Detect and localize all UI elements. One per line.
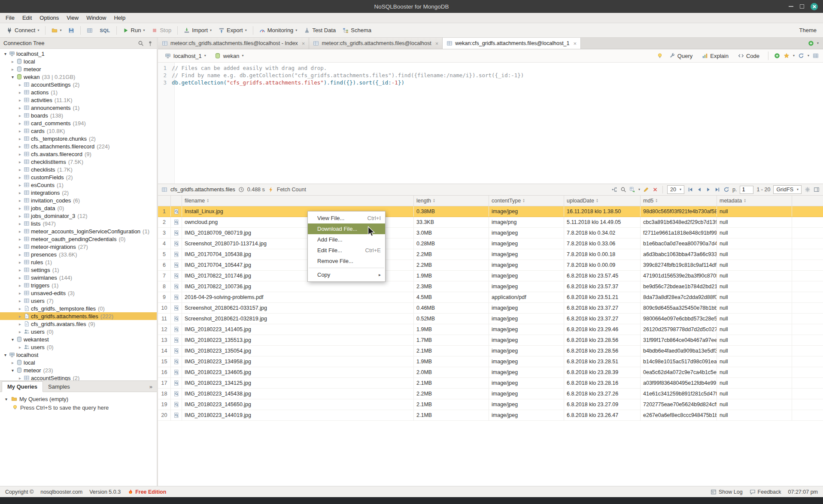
close-tab-icon[interactable]: × <box>302 40 305 47</box>
cell-contentType[interactable]: image/jpeg <box>489 399 564 410</box>
cell-filename[interactable]: IMG_20180223_134958.jpg <box>182 356 414 367</box>
table-row[interactable]: 8 IMG_20170822_100736.jpg2.3MBimage/jpeg… <box>158 281 823 292</box>
cell-metadata[interactable]: null <box>717 356 792 367</box>
chevron-right-icon[interactable]: ▸ <box>10 67 15 72</box>
cell-md5[interactable]: 8da73a8df28ea7c2dda92d88f0c <box>641 292 717 302</box>
feedback-button[interactable]: Feedback <box>750 489 781 495</box>
preview-file-icon[interactable] <box>171 367 182 377</box>
chevron-right-icon[interactable]: ▸ <box>17 90 23 95</box>
column-header-contentType[interactable]: contentType ▲▼ <box>489 196 564 206</box>
run-button[interactable]: Run ▾ <box>120 25 148 35</box>
cell-length[interactable]: 2.3MB <box>414 281 489 292</box>
cell-contentType[interactable]: image/jpeg <box>489 410 564 420</box>
cell-length[interactable]: 2.2MB <box>414 249 489 260</box>
cell-contentType[interactable]: image/jpeg <box>489 346 564 356</box>
menu-help[interactable]: Help <box>110 13 129 23</box>
tree-item[interactable]: ▸ jobs_data (0) <box>0 204 157 212</box>
table-row[interactable]: 5 IMG_20170704_105438.jpg2.2MBimage/jpeg… <box>158 249 823 260</box>
cell-uploadDate[interactable]: 6.8.2018 klo 23.28.51 <box>564 356 641 367</box>
cell-length[interactable]: 0.28MB <box>414 238 489 249</box>
table-row[interactable]: 9 2016-04-29-solving-problems.pdf4.5MBap… <box>158 292 823 303</box>
tree-item[interactable]: ▾ localhost <box>0 351 157 359</box>
tree-item[interactable]: ▸ lists (947) <box>0 220 157 227</box>
cell-length[interactable]: 2.1MB <box>414 410 489 420</box>
tree-item[interactable]: ▸ rules (1) <box>0 258 157 266</box>
preview-file-icon[interactable] <box>171 249 182 260</box>
cell-filename[interactable]: Screenshot_20180621-033157.jpg <box>182 303 414 313</box>
preview-file-icon[interactable] <box>171 281 182 292</box>
tree-item[interactable]: ▸ meteor_accounts_loginServiceConfigurat… <box>0 227 157 235</box>
cell-length[interactable]: 2.1MB <box>414 346 489 356</box>
chevron-right-icon[interactable]: ▸ <box>17 345 23 350</box>
preview-file-icon[interactable] <box>171 260 182 270</box>
cell-contentType[interactable]: image/jpeg <box>489 389 564 399</box>
tree-item[interactable]: ▸ activities (11.1K) <box>0 96 157 104</box>
chevron-right-icon[interactable]: ▸ <box>17 121 23 126</box>
cell-length[interactable]: 2.1MB <box>414 378 489 388</box>
chevron-right-icon[interactable]: ▸ <box>17 252 23 257</box>
chevron-right-icon[interactable]: ▸ <box>17 198 23 203</box>
menu-view[interactable]: View <box>63 13 82 23</box>
cell-length[interactable]: 2.2MB <box>414 389 489 399</box>
cell-metadata[interactable]: null <box>717 238 792 249</box>
auto-refresh-icon[interactable] <box>798 53 804 59</box>
monitoring-button[interactable]: Monitoring ▾ <box>256 25 301 35</box>
tab-samples[interactable]: Samples <box>43 382 75 392</box>
tree-item[interactable]: ▸ meteor_oauth_pendingCredentials (0) <box>0 235 157 243</box>
table-row[interactable]: 4 Screenshot_20180710-113714.jpg0.28MBim… <box>158 238 823 249</box>
editor-tab[interactable]: wekan:cfs_gridfs.attachments.files@local… <box>443 38 581 49</box>
edit-document-icon[interactable] <box>643 187 649 193</box>
cell-length[interactable]: 1.7MB <box>414 335 489 345</box>
open-file-button[interactable]: ▾ <box>49 26 64 35</box>
my-queries-folder[interactable]: ▾ My Queries (empty) <box>3 395 153 403</box>
next-page-icon[interactable] <box>705 187 711 193</box>
cell-uploadDate[interactable]: 6.8.2018 klo 23.37.27 <box>564 314 641 324</box>
cell-length[interactable]: 2.0MB <box>414 367 489 377</box>
chevron-right-icon[interactable]: ▸ <box>17 283 23 288</box>
table-row[interactable]: 16 IMG_20180223_134605.jpg2.0MBimage/jpe… <box>158 367 823 378</box>
chevron-right-icon[interactable]: ▸ <box>17 322 23 326</box>
chevron-right-icon[interactable]: ▸ <box>17 82 23 87</box>
cell-metadata[interactable]: null <box>717 292 792 302</box>
cell-md5[interactable]: 98d80c565f03f921fe4b730af58f8 <box>641 206 717 217</box>
preview-file-icon[interactable] <box>171 410 182 420</box>
cell-metadata[interactable]: null <box>717 271 792 281</box>
tree-item[interactable]: ▸ users (0) <box>0 343 157 351</box>
cell-uploadDate[interactable]: 6.8.2018 klo 23.57.45 <box>564 271 641 281</box>
cell-contentType[interactable]: image/jpeg <box>489 324 564 335</box>
cell-filename[interactable]: IMG_20180223_145438.jpg <box>182 389 414 399</box>
preview-file-icon[interactable] <box>171 324 182 335</box>
cell-metadata[interactable]: null <box>717 378 792 388</box>
cell-metadata[interactable]: null <box>717 389 792 399</box>
explain-button[interactable]: Explain <box>699 51 732 60</box>
tree-item[interactable]: ▸ cfs.avatars.filerecord (9) <box>0 150 157 158</box>
query-button[interactable]: Query <box>666 51 695 60</box>
tree-item[interactable]: ▸ swimlanes (144) <box>0 274 157 281</box>
cell-metadata[interactable]: null <box>717 228 792 238</box>
table-row[interactable]: 1 Install_Linux.jpg0.38MBimage/jpeg16.11… <box>158 206 823 217</box>
chevron-right-icon[interactable]: ▸ <box>17 144 23 149</box>
cell-filename[interactable]: 2016-04-29-solving-problems.pdf <box>182 292 414 302</box>
table-row[interactable]: 10 Screenshot_20180621-033157.jpg0.46MBi… <box>158 303 823 314</box>
sort-icon[interactable]: ▲▼ <box>522 199 525 203</box>
layout-icon[interactable] <box>813 53 819 59</box>
maximize-icon[interactable] <box>800 4 804 9</box>
favorites-icon[interactable] <box>784 53 790 59</box>
chevron-right-icon[interactable]: ▸ <box>17 183 23 187</box>
tree-item[interactable]: ▸ meteor <box>0 65 157 73</box>
connection-selector[interactable]: localhost_1 ▾ <box>162 51 209 60</box>
table-row[interactable]: 7 IMG_20170822_101746.jpg1.9MBimage/jpeg… <box>158 271 823 281</box>
chevron-right-icon[interactable]: ▸ <box>17 376 23 380</box>
preview-file-icon[interactable] <box>171 292 182 302</box>
menu-file[interactable]: File <box>2 13 18 23</box>
cell-uploadDate[interactable]: 6.8.2018 klo 23.27.26 <box>564 389 641 399</box>
cell-metadata[interactable]: null <box>717 260 792 270</box>
context-menu-item[interactable]: View File... Ctrl+I <box>308 213 385 223</box>
cell-metadata[interactable]: null <box>717 335 792 345</box>
minimize-icon[interactable] <box>789 6 793 7</box>
tree-item[interactable]: ▾ meteor (23) <box>0 366 157 374</box>
refresh-icon[interactable] <box>723 187 729 193</box>
cell-uploadDate[interactable]: 7.8.2018 klo 0.33.06 <box>564 238 641 249</box>
cell-uploadDate[interactable]: 6.8.2018 klo 23.51.21 <box>564 292 641 302</box>
table-row[interactable]: 18 IMG_20180223_145438.jpg2.2MBimage/jpe… <box>158 389 823 399</box>
